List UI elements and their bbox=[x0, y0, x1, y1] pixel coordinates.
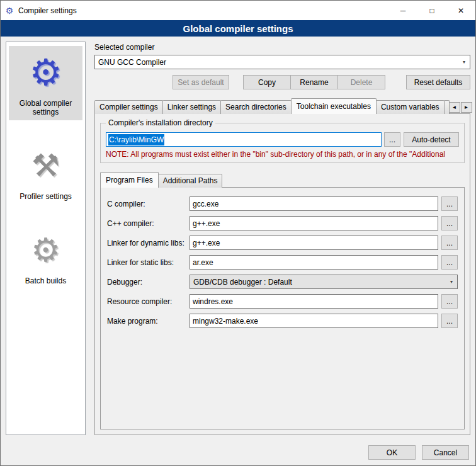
tab-search-directories[interactable]: Search directories bbox=[220, 100, 292, 114]
debugger-dropdown[interactable]: GDB/CDB debugger : Default ▾ bbox=[190, 275, 458, 289]
installation-directory-browse-button[interactable]: ... bbox=[384, 132, 400, 147]
linker-static-input[interactable] bbox=[190, 255, 438, 270]
category-sidebar: ⚙ Global compiler settings ⚒ Profiler se… bbox=[6, 42, 86, 435]
tab-scroll-left-icon[interactable]: ◄ bbox=[449, 102, 460, 113]
tab-scroll-buttons: ◄ ► bbox=[449, 102, 472, 113]
sidebar-item-label: Batch builds bbox=[10, 276, 81, 285]
program-files-panel: C compiler: ... C++ compiler: ... Linker… bbox=[100, 187, 465, 429]
tab-scroll-right-icon[interactable]: ► bbox=[461, 102, 472, 113]
close-button[interactable]: ✕ bbox=[446, 1, 475, 20]
app-icon: ⚙ bbox=[1, 6, 18, 16]
installation-directory-value: C:\raylib\MinGW bbox=[108, 134, 164, 145]
selected-compiler-value: GNU GCC Compiler bbox=[98, 58, 166, 67]
auto-detect-button[interactable]: Auto-detect bbox=[404, 132, 459, 147]
main-area: Selected compiler GNU GCC Compiler ▾ Set… bbox=[94, 42, 470, 435]
dialog-content: ⚙ Global compiler settings ⚒ Profiler se… bbox=[1, 37, 475, 440]
installation-directory-groupbox: Compiler's installation directory C:\ray… bbox=[100, 123, 465, 163]
tab-linker-settings[interactable]: Linker settings bbox=[162, 100, 221, 114]
toolchain-executables-panel: Compiler's installation directory C:\ray… bbox=[94, 113, 470, 435]
label-resource-compiler: Resource compiler: bbox=[107, 297, 186, 306]
resource-compiler-input[interactable] bbox=[190, 294, 438, 309]
tab-compiler-settings[interactable]: Compiler settings bbox=[94, 100, 163, 114]
make-program-browse-button[interactable]: ... bbox=[441, 314, 458, 328]
sidebar-item-batch-builds[interactable]: ⚙ Batch builds bbox=[9, 224, 82, 289]
set-as-default-button[interactable]: Set as default bbox=[173, 75, 229, 89]
hammer-icon: ⚒ bbox=[10, 144, 81, 190]
minimize-button[interactable]: ─ bbox=[388, 1, 417, 20]
gears-icon: ⚙ bbox=[10, 229, 81, 274]
linker-static-browse-button[interactable]: ... bbox=[441, 255, 458, 270]
program-files-subtabs: Program Files Additional Paths bbox=[100, 172, 465, 188]
chevron-down-icon: ▾ bbox=[446, 279, 457, 285]
reset-defaults-button[interactable]: Reset defaults bbox=[406, 75, 470, 89]
cpp-compiler-input[interactable] bbox=[190, 216, 438, 230]
chevron-down-icon: ▾ bbox=[458, 59, 470, 65]
bin-subdirectory-note: NOTE: All programs must exist either in … bbox=[106, 150, 459, 159]
delete-button[interactable]: Delete bbox=[337, 75, 385, 89]
label-debugger: Debugger: bbox=[107, 278, 186, 287]
sidebar-item-global-compiler-settings[interactable]: ⚙ Global compiler settings bbox=[9, 46, 82, 120]
maximize-button[interactable]: □ bbox=[417, 1, 446, 20]
subtab-program-files[interactable]: Program Files bbox=[100, 172, 159, 188]
cancel-button[interactable]: Cancel bbox=[422, 445, 469, 460]
compiler-buttons-row: Set as default Copy Rename Delete Reset … bbox=[94, 75, 470, 89]
selected-compiler-label: Selected compiler bbox=[94, 43, 470, 52]
c-compiler-input[interactable] bbox=[190, 196, 438, 211]
program-files-form: C compiler: ... C++ compiler: ... Linker… bbox=[107, 196, 458, 328]
sidebar-item-label: Profiler settings bbox=[10, 192, 81, 201]
installation-directory-row: C:\raylib\MinGW ... Auto-detect bbox=[106, 132, 459, 147]
c-compiler-browse-button[interactable]: ... bbox=[441, 196, 458, 211]
subtab-additional-paths[interactable]: Additional Paths bbox=[158, 174, 223, 188]
linker-dynamic-input[interactable] bbox=[190, 236, 438, 250]
window-controls: ─ □ ✕ bbox=[388, 1, 475, 20]
linker-dynamic-browse-button[interactable]: ... bbox=[441, 236, 458, 250]
tab-toolchain-executables[interactable]: Toolchain executables bbox=[291, 98, 377, 114]
compiler-settings-window: ⚙ Compiler settings ─ □ ✕ Global compile… bbox=[0, 0, 476, 466]
label-make-program: Make program: bbox=[107, 317, 186, 326]
cpp-compiler-browse-button[interactable]: ... bbox=[441, 216, 458, 230]
sidebar-item-profiler-settings[interactable]: ⚒ Profiler settings bbox=[9, 139, 82, 205]
sidebar-item-label: Global compiler settings bbox=[10, 99, 81, 116]
label-c-compiler: C compiler: bbox=[107, 200, 186, 208]
label-linker-dynamic: Linker for dynamic libs: bbox=[107, 239, 186, 247]
dialog-footer: OK Cancel bbox=[1, 440, 475, 465]
rename-button[interactable]: Rename bbox=[290, 75, 338, 89]
debugger-value: GDB/CDB debugger : Default bbox=[193, 278, 292, 287]
label-cpp-compiler: C++ compiler: bbox=[107, 219, 186, 228]
titlebar[interactable]: ⚙ Compiler settings ─ □ ✕ bbox=[1, 1, 475, 20]
dialog-header-title: Global compiler settings bbox=[1, 20, 475, 37]
window-title: Compiler settings bbox=[18, 6, 77, 15]
gear-icon: ⚙ bbox=[10, 51, 81, 96]
tab-custom-variables[interactable]: Custom variables bbox=[376, 100, 445, 114]
installation-directory-input[interactable]: C:\raylib\MinGW bbox=[106, 132, 382, 147]
label-linker-static: Linker for static libs: bbox=[107, 258, 186, 267]
copy-button[interactable]: Copy bbox=[243, 75, 291, 89]
ok-button[interactable]: OK bbox=[368, 445, 416, 460]
settings-tabs: Compiler settings Linker settings Search… bbox=[94, 98, 470, 114]
make-program-input[interactable] bbox=[190, 314, 438, 328]
selected-compiler-dropdown[interactable]: GNU GCC Compiler ▾ bbox=[94, 55, 470, 69]
resource-compiler-browse-button[interactable]: ... bbox=[441, 294, 458, 309]
installation-directory-label: Compiler's installation directory bbox=[106, 118, 215, 127]
